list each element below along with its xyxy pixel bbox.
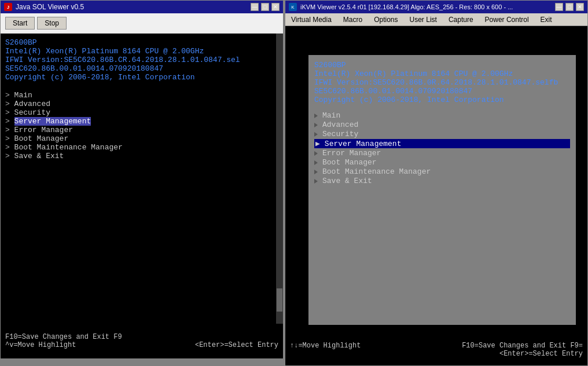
sol-terminal: S2600BP Intel(R) Xeon(R) Platinum 8164 C… [1, 34, 283, 324]
java-icon: J [4, 3, 12, 11]
sol-menu-item-1: > Advanced [5, 100, 278, 108]
sol-titlebar-left: J Java SOL Viewer v0.5 [4, 3, 84, 11]
ikvm-menu-item-7: Save & Exit [314, 177, 570, 185]
ikvm-titlebar: K iKVM Viewer v2.5.4 r01 [192.168.4.29] … [285, 1, 587, 13]
sol-bios-line2: Intel(R) Xeon(R) Platinum 8164 CPU @ 2.0… [5, 47, 278, 56]
ikvm-titlebar-icons: — □ ✕ [555, 3, 584, 11]
menu-macro[interactable]: Macro [337, 13, 368, 25]
sol-scrollbar-thumb [277, 288, 282, 312]
ikvm-menu-item-selected: ▶Server Management [314, 139, 570, 148]
sol-close-button[interactable]: ✕ [271, 3, 280, 11]
ikvm-bios-line4: SE5C620.86B.00.01.0014.070920180847 [314, 87, 570, 96]
ikvm-hotkey-f10: F10=Save Changes and Exit F9= [462, 342, 583, 350]
stop-button[interactable]: Stop [37, 17, 67, 30]
sol-hotkey-enter: <Enter>=Select Entry [195, 341, 278, 349]
sol-menu-selected: Server Management [14, 117, 91, 126]
sol-viewer-window: J Java SOL Viewer v0.5 — □ ✕ Start Stop … [0, 0, 284, 359]
sol-menu-item-2: > Security [5, 108, 278, 117]
sol-titlebar-icons: — □ ✕ [251, 3, 280, 11]
sol-bios-line4: SE5C620.86B.00.01.0014.070920180847 [5, 64, 278, 73]
ikvm-bios-line1: S2600BP [314, 61, 570, 69]
sol-bios-line3: IFWI Version:SE5C620.86B.CR.64.2018.28.1… [5, 56, 278, 64]
sol-titlebar: J Java SOL Viewer v0.5 — □ ✕ [1, 1, 283, 13]
ikvm-display: S2600BP Intel(R) Xeon(R) Platinum 8164 C… [285, 26, 587, 365]
ikvm-hotkey-nav: ↑↓=Move Highlight [290, 342, 361, 350]
ikvm-menu-item-0: Main [314, 111, 570, 120]
sol-bios-line1: S2600BP [5, 38, 278, 47]
ikvm-viewer-window: K iKVM Viewer v2.5.4 r01 [192.168.4.29] … [285, 0, 588, 366]
sol-menu-item-0: > Main [5, 91, 278, 100]
ikvm-bios-screen: S2600BP Intel(R) Xeon(R) Platinum 8164 C… [308, 55, 576, 325]
sol-scrollbar[interactable] [276, 34, 283, 324]
sol-menu-item-4: > Error Manager [5, 126, 278, 134]
ikvm-icon: K [289, 3, 297, 11]
sol-bottom-bar: F10=Save Changes and Exit F9 ^v=Move Hig… [1, 324, 283, 358]
ikvm-minimize-button[interactable]: — [555, 3, 563, 11]
menu-user-list[interactable]: User List [404, 13, 443, 25]
ikvm-menu-item-1: Advanced [314, 120, 570, 129]
sol-hotkey-nav: ^v=Move Highlight [5, 341, 76, 349]
sol-title: Java SOL Viewer v0.5 [16, 3, 84, 11]
menu-options[interactable]: Options [368, 13, 403, 25]
menu-power-control[interactable]: Power Control [479, 13, 535, 25]
sol-toolbar: Start Stop [1, 13, 283, 34]
sol-hotkey-f10: F10=Save Changes and Exit F9 [5, 333, 122, 341]
sol-menu-item-7: > Save & Exit [5, 152, 278, 160]
ikvm-close-button[interactable]: ✕ [576, 3, 584, 11]
ikvm-menubar: Virtual Media Macro Options User List Ca… [285, 13, 587, 26]
sol-menu-item-6: > Boot Maintenance Manager [5, 143, 278, 152]
ikvm-menu-item-5: Boot Manager [314, 158, 570, 167]
ikvm-maximize-button[interactable]: □ [565, 3, 574, 11]
ikvm-bottom-bar: ↑↓=Move Highlight F10=Save Changes and E… [285, 334, 587, 365]
ikvm-hotkey-enter: <Enter>=Select Entry [499, 350, 583, 358]
ikvm-bios-line3: IFWI Version:SE5C620.86B.0R.64.2018.28.1… [314, 78, 570, 87]
ikvm-bios-line2: Intel(R) Xeon(R) Platinum 8164 CPU @ 2.0… [314, 69, 570, 78]
menu-exit[interactable]: Exit [535, 13, 558, 25]
ikvm-bios-line5: Copyright (c) 2006-2018, Intel Corporati… [314, 96, 570, 104]
ikvm-menu-item-6: Boot Maintenance Manager [314, 167, 570, 176]
ikvm-menu-item-2: Security [314, 130, 570, 138]
sol-bios-line5: Copyright (c) 2006-2018, Intel Corporati… [5, 73, 278, 82]
sol-maximize-button[interactable]: □ [261, 3, 269, 11]
ikvm-title: iKVM Viewer v2.5.4 r01 [192.168.4.29] Al… [300, 3, 513, 10]
ikvm-titlebar-left: K iKVM Viewer v2.5.4 r01 [192.168.4.29] … [289, 3, 513, 11]
menu-virtual-media[interactable]: Virtual Media [285, 13, 337, 25]
sol-menu-item-5: > Boot Manager [5, 134, 278, 143]
ikvm-menu-item-4: Error Manager [314, 149, 570, 158]
sol-menu-item-3: > Server Management [5, 117, 278, 126]
menu-capture[interactable]: Capture [443, 13, 479, 25]
sol-minimize-button[interactable]: — [251, 3, 259, 11]
start-button[interactable]: Start [5, 17, 35, 30]
